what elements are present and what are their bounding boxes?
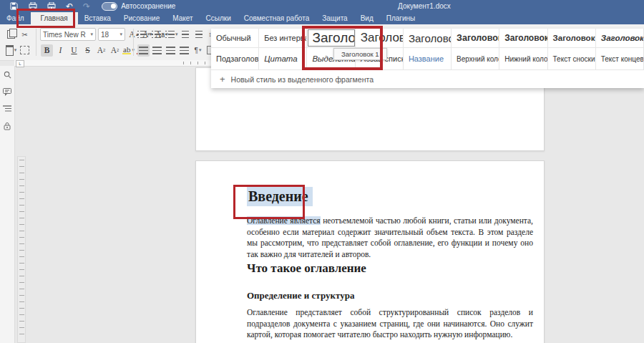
style-tooltip: Заголовок 1 <box>333 48 387 60</box>
style-header[interactable]: Верхний колонтитул <box>452 48 499 69</box>
highlight-icon: ab <box>122 47 131 54</box>
copy-icon <box>7 30 15 39</box>
decrease-indent-icon <box>182 31 189 39</box>
tab-view[interactable]: Вид <box>354 12 380 24</box>
tab-draw[interactable]: Рисование <box>117 12 166 24</box>
multilevel-list-button[interactable]: ▾ <box>165 29 178 41</box>
superscript-button[interactable]: A2 <box>95 44 107 57</box>
vertical-ruler[interactable] <box>17 156 26 343</box>
style-footer[interactable]: Нижний колонтитул <box>499 48 547 69</box>
style-title[interactable]: Название <box>404 48 452 69</box>
tab-home[interactable]: Главная <box>31 12 78 24</box>
style-heading-3[interactable]: Заголовок 3 <box>404 29 452 47</box>
styles-gallery-panel: Обычный Без интервала Заголовок 1 Заголо… <box>211 29 644 88</box>
chevron-down-icon: ▾ <box>90 32 93 37</box>
style-quote[interactable]: Цитата <box>259 48 307 69</box>
select-all-button[interactable] <box>19 44 31 57</box>
tab-layout[interactable]: Макет <box>166 12 199 24</box>
document-page-2[interactable]: Введение Оглавление является неотъемлемо… <box>195 160 545 343</box>
divider <box>36 29 36 56</box>
style-endnote-text[interactable]: Текст концевой сноски <box>596 48 644 69</box>
decrease-indent-button[interactable] <box>180 29 192 41</box>
left-sidebar <box>0 66 15 343</box>
subscript-button[interactable]: A2 <box>109 44 121 57</box>
style-heading-6[interactable]: Заголовок 6 <box>548 29 596 47</box>
align-left-icon <box>139 47 148 54</box>
align-justify-button[interactable] <box>178 44 190 57</box>
style-normal[interactable]: Обычный <box>211 29 259 47</box>
quick-print-icon[interactable] <box>47 2 56 11</box>
align-justify-icon <box>180 47 189 54</box>
comments-button[interactable] <box>0 83 14 100</box>
paste-button[interactable]: ▾ <box>5 44 17 57</box>
font-size-select[interactable]: 18 ▾ <box>98 28 125 41</box>
tab-protection[interactable]: Защита <box>316 12 353 24</box>
autosave-label: Автосохранение <box>121 2 175 10</box>
style-heading-7[interactable]: Заголовок 7 <box>596 29 644 47</box>
selected-heading-text[interactable]: Введение <box>247 187 313 206</box>
lock-icon <box>4 122 11 130</box>
selected-text[interactable]: Оглавление является <box>247 216 321 225</box>
multilevel-list-icon <box>165 31 175 39</box>
clipboard-group: ✂ ▾ <box>4 24 31 60</box>
increase-indent-button[interactable] <box>193 29 205 41</box>
doc-paragraph-1[interactable]: Оглавление является неотъемлемой частью … <box>247 216 533 260</box>
style-heading-1[interactable]: Заголовок 1 <box>307 29 355 47</box>
protection-button[interactable] <box>0 117 14 135</box>
numbered-list-button[interactable]: ▾ <box>152 29 165 41</box>
chevron-down-icon: ▾ <box>147 32 150 37</box>
undo-icon[interactable]: ↶ <box>66 2 73 11</box>
search-button[interactable] <box>0 66 14 83</box>
tab-insert[interactable]: Вставка <box>78 12 117 24</box>
italic-button[interactable]: I <box>54 44 67 57</box>
underline-button[interactable]: U <box>68 44 80 57</box>
style-heading-5[interactable]: Заголовок 5 <box>499 29 547 47</box>
nonprinting-chars-button[interactable]: ¶▾ <box>192 44 204 57</box>
cut-button[interactable]: ✂ <box>19 29 31 41</box>
document-title: Документ1.docx <box>398 2 451 10</box>
bullet-list-button[interactable]: ▾ <box>137 29 150 41</box>
paragraph-group: ▾ ▾ ▾ ↕ ¶▾ <box>137 24 220 60</box>
tab-selector[interactable]: L <box>16 60 24 67</box>
doc-heading-what-is-toc[interactable]: Что такое оглавление <box>247 261 533 276</box>
doc-paragraph-2[interactable]: Оглавление представляет собой структурир… <box>247 307 533 341</box>
doc-subheading-definition[interactable]: Определение и структура <box>247 290 533 301</box>
divider <box>133 29 134 56</box>
new-style-button[interactable]: + Новый стиль из выделенного фрагмента <box>211 70 644 88</box>
tab-collaboration[interactable]: Совместная работа <box>238 12 316 24</box>
tab-plugins[interactable]: Плагины <box>380 12 422 24</box>
chevron-down-icon: ▾ <box>119 32 122 37</box>
redo-icon[interactable]: ↷ <box>83 2 90 11</box>
align-center-button[interactable] <box>151 44 163 57</box>
style-subtitle[interactable]: Подзаголовок <box>211 48 259 69</box>
strikethrough-button[interactable]: S <box>82 44 94 57</box>
align-left-button[interactable] <box>137 44 150 57</box>
font-name-value: Times New R <box>43 31 86 39</box>
tab-file[interactable]: Файл <box>0 12 31 24</box>
numbered-list-icon <box>152 31 161 39</box>
style-heading-2[interactable]: Заголовок 2 <box>356 29 404 47</box>
paragraph-mark-icon: ¶ <box>195 47 198 54</box>
chevron-down-icon: ▾ <box>175 32 178 37</box>
print-icon[interactable] <box>28 2 37 11</box>
font-size-value: 18 <box>101 31 109 39</box>
autosave-toggle[interactable] <box>102 2 117 11</box>
save-icon[interactable] <box>9 2 19 11</box>
plus-icon: + <box>220 74 225 84</box>
font-name-select[interactable]: Times New R ▾ <box>40 28 96 41</box>
bullet-list-icon <box>137 31 147 39</box>
copy-button[interactable] <box>5 29 17 41</box>
style-footnote-text[interactable]: Текст сноски <box>548 48 596 69</box>
style-heading-4[interactable]: Заголовок 4 <box>452 29 499 47</box>
align-right-button[interactable] <box>165 44 177 57</box>
doc-heading-introduction[interactable]: Введение <box>247 188 533 205</box>
toggle-knob <box>111 4 116 9</box>
chevron-down-icon[interactable]: ▾ <box>14 47 17 53</box>
navigation-button[interactable] <box>0 100 14 117</box>
tab-references[interactable]: Ссылки <box>200 12 238 24</box>
style-no-spacing[interactable]: Без интервала <box>259 29 307 47</box>
comment-icon <box>3 88 11 96</box>
increase-indent-icon <box>195 31 203 39</box>
bold-button[interactable]: B <box>41 44 53 57</box>
paste-icon <box>6 45 14 56</box>
